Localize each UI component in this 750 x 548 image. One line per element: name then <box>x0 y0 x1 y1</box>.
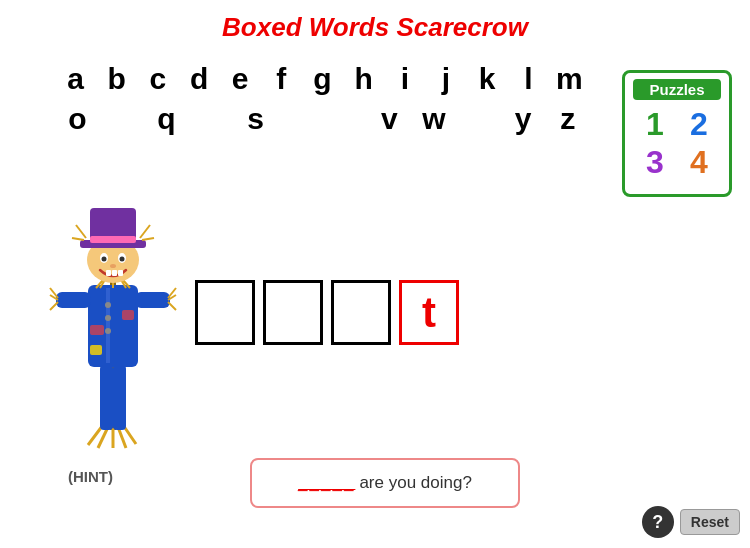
svg-line-42 <box>76 225 86 238</box>
alphabet-area: a b c d e f g h i j k l m o n q r s t u … <box>55 61 590 137</box>
puzzles-panel: Puzzles 1 2 3 4 <box>622 70 732 197</box>
svg-line-43 <box>72 238 84 240</box>
svg-rect-37 <box>118 270 123 276</box>
alphabet-row-1: a b c d e f g h i j k l m <box>55 61 590 97</box>
svg-rect-27 <box>90 325 104 335</box>
svg-point-34 <box>120 257 125 262</box>
letter-f[interactable]: f <box>261 61 302 97</box>
puzzle-3-button[interactable]: 3 <box>646 146 664 178</box>
svg-rect-8 <box>113 365 126 430</box>
letter-q[interactable]: q <box>144 101 189 137</box>
svg-rect-7 <box>100 365 113 430</box>
svg-rect-36 <box>112 270 117 276</box>
svg-rect-29 <box>90 345 102 355</box>
svg-point-38 <box>110 264 116 268</box>
scarecrow-image <box>48 170 178 450</box>
spacer-3: t <box>278 101 323 137</box>
svg-point-13 <box>105 328 111 334</box>
letter-i[interactable]: i <box>384 61 425 97</box>
letter-d[interactable]: d <box>178 61 219 97</box>
letter-v[interactable]: v <box>367 101 412 137</box>
svg-rect-35 <box>106 270 111 276</box>
letter-a[interactable]: a <box>55 61 96 97</box>
svg-rect-20 <box>135 292 170 308</box>
puzzle-row-2: 3 4 <box>633 146 721 178</box>
svg-point-11 <box>105 302 111 308</box>
word-box-1[interactable] <box>195 280 255 345</box>
letter-g[interactable]: g <box>302 61 343 97</box>
sentence-rest: are you doing? <box>359 473 471 493</box>
letter-h[interactable]: h <box>343 61 384 97</box>
spacer-2: r <box>189 101 234 137</box>
hint-label: (HINT) <box>68 468 113 485</box>
puzzle-2-button[interactable]: 2 <box>690 108 708 140</box>
svg-point-33 <box>102 257 107 262</box>
puzzles-label: Puzzles <box>633 79 721 100</box>
spacer-1: n <box>100 101 145 137</box>
letter-o[interactable]: o <box>55 101 100 137</box>
letter-w[interactable]: w <box>412 101 457 137</box>
letter-j[interactable]: j <box>425 61 466 97</box>
svg-line-44 <box>140 225 150 238</box>
help-button[interactable]: ? <box>642 506 674 538</box>
reset-button[interactable]: Reset <box>680 509 740 535</box>
letter-l[interactable]: l <box>508 61 549 97</box>
letter-c[interactable]: c <box>137 61 178 97</box>
letter-y[interactable]: y <box>501 101 546 137</box>
svg-rect-10 <box>106 288 110 363</box>
svg-line-26 <box>168 302 176 310</box>
word-box-2[interactable] <box>263 280 323 345</box>
alphabet-row-2: o n q r s t u v w x y z <box>55 101 590 137</box>
letter-e[interactable]: e <box>220 61 261 97</box>
spacer-4: u <box>322 101 367 137</box>
svg-rect-19 <box>56 292 91 308</box>
letter-s[interactable]: s <box>233 101 278 137</box>
svg-line-45 <box>142 238 154 240</box>
letter-m[interactable]: m <box>549 61 590 97</box>
bottom-right-controls: ? Reset <box>642 506 740 538</box>
word-boxes-area: t <box>195 280 459 345</box>
page-title: Boxed Words Scarecrow <box>0 0 750 43</box>
puzzle-row-1: 1 2 <box>633 108 721 140</box>
spacer-5: x <box>456 101 501 137</box>
sentence-box: _____ are you doing? <box>250 458 520 508</box>
svg-point-12 <box>105 315 111 321</box>
word-box-3[interactable] <box>331 280 391 345</box>
svg-line-23 <box>50 302 58 310</box>
letter-b[interactable]: b <box>96 61 137 97</box>
letter-k[interactable]: k <box>467 61 508 97</box>
word-box-4[interactable]: t <box>399 280 459 345</box>
letter-z[interactable]: z <box>545 101 590 137</box>
puzzle-1-button[interactable]: 1 <box>646 108 664 140</box>
puzzle-4-button[interactable]: 4 <box>690 146 708 178</box>
svg-rect-41 <box>90 236 136 243</box>
sentence-blank: _____ <box>298 473 355 493</box>
svg-rect-28 <box>122 310 134 320</box>
